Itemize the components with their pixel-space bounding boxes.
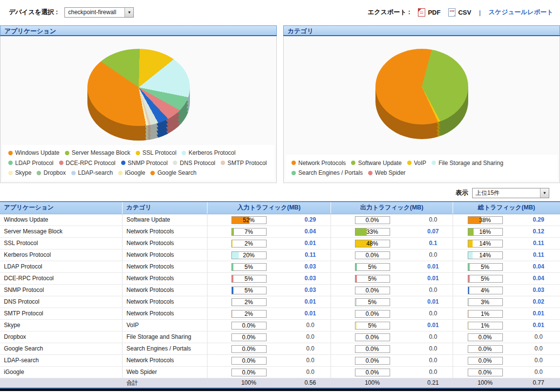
application-name: Kerberos Protocol <box>0 249 122 261</box>
total-traffic-percent-cell: 4% <box>453 285 517 296</box>
legend-label: SMTP Protocol <box>228 158 267 168</box>
percent-bar-label: 5% <box>232 264 266 270</box>
percent-bar-label: 1% <box>468 310 502 317</box>
legend-label: Network Protocols <box>298 158 346 168</box>
total-traffic-percent-cell: 5% <box>453 273 517 284</box>
table-row: iGoogleWeb Spider0.0%0.00.0%0.00.0%0.0 <box>0 367 560 378</box>
table-header-row: アプリケーション カテゴリ 入力トラフィック(MB) 出力トラフィック(MB) … <box>0 202 560 214</box>
legend-color-dot-icon <box>150 171 155 175</box>
legend-label: VoIP <box>414 158 426 168</box>
pdf-label[interactable]: PDF <box>428 9 440 16</box>
application-name: DCE-RPC Protocol <box>0 273 122 284</box>
out-traffic-percent-cell: 0.0% <box>331 214 414 226</box>
percent-bar-label: 52% <box>232 217 266 224</box>
table-row: Windows UpdateSoftware Update52%0.290.0%… <box>0 214 560 226</box>
pie-top-face[interactable] <box>375 49 468 124</box>
csv-icon[interactable]: csv <box>448 8 456 17</box>
table-row: SSL ProtocolNetwork Protocols2%0.0148%0.… <box>0 238 560 249</box>
pdf-icon[interactable] <box>418 8 425 17</box>
legend-color-dot-icon <box>221 161 225 165</box>
legend-color-dot-icon <box>118 171 123 175</box>
percent-bar-label: 20% <box>232 252 266 259</box>
percent-bar-label: 2% <box>232 240 266 247</box>
percent-bar-label: 48% <box>355 240 390 247</box>
percent-bar: 0.0% <box>468 369 503 376</box>
percent-bar-label: 0.0% <box>355 357 390 364</box>
total-traffic-mb: 0.04 <box>517 273 560 284</box>
col-header-out-traffic[interactable]: 出力トラフィック(MB) <box>331 202 453 214</box>
percent-bar-label: 5% <box>355 299 390 306</box>
legend-item: iGoogle <box>118 168 145 178</box>
export-csv-button[interactable]: csv CSV <box>448 8 471 17</box>
category-name: Network Protocols <box>122 308 207 319</box>
percent-bar: 0.0% <box>231 357 267 365</box>
legend-item: Web Spider <box>368 168 405 178</box>
in-traffic-mb: 0.03 <box>290 285 331 296</box>
percent-bar: 48% <box>355 240 390 248</box>
applications-pie-chart[interactable] <box>87 49 190 141</box>
legend-label: LDAP Protocol <box>15 158 54 168</box>
percent-bar: 1% <box>468 310 503 318</box>
percent-bar-label: 5% <box>468 264 502 270</box>
categories-pie-chart[interactable] <box>375 49 468 139</box>
percent-bar-label: 0.0% <box>355 287 390 294</box>
percent-bar-label: 1% <box>468 322 502 329</box>
csv-label[interactable]: CSV <box>458 9 471 16</box>
total-traffic-percent-cell: 3% <box>453 296 517 308</box>
percent-bar-label: 0.0% <box>355 334 390 341</box>
export-pdf-button[interactable]: PDF <box>418 8 440 17</box>
percent-bar-label: 5% <box>468 275 502 282</box>
device-select-value: checkpoint-firewall <box>65 9 124 16</box>
category-name: Web Spider <box>122 367 207 378</box>
application-name: Google Search <box>0 343 122 354</box>
total-traffic-mb: 0.03 <box>517 285 560 296</box>
col-header-in-traffic[interactable]: 入力トラフィック(MB) <box>207 202 331 214</box>
out-traffic-percent-cell: 0.0% <box>331 249 414 261</box>
percent-bar: 0.0% <box>355 333 390 341</box>
out-traffic-percent-cell: 5% <box>331 320 414 331</box>
in-traffic-percent-cell: 0.0% <box>207 367 290 378</box>
legend-color-dot-icon <box>368 171 373 175</box>
legend-label: DNS Protocol <box>180 158 215 168</box>
legend-item: SSL Protocol <box>136 148 177 158</box>
col-header-total-traffic[interactable]: 総トラフィック(MB) <box>453 202 560 214</box>
in-traffic-mb: 0.04 <box>290 226 331 237</box>
footer-in-mb: 0.56 <box>290 378 331 388</box>
percent-bar: 38% <box>468 216 503 224</box>
out-traffic-percent-cell: 33% <box>331 226 414 237</box>
chevron-down-icon[interactable]: ▼ <box>124 8 133 17</box>
pie-top-face[interactable] <box>87 49 190 126</box>
schedule-report-link[interactable]: スケジュールレポート <box>489 8 553 17</box>
total-traffic-mb: 0.01 <box>517 308 560 319</box>
legend-label: Web Spider <box>375 168 405 178</box>
percent-bar: 5% <box>231 287 267 294</box>
legend-label: DCE-RPC Protocol <box>66 158 116 168</box>
application-name: Windows Update <box>0 214 122 226</box>
percent-bar-label: 0.0% <box>468 346 502 352</box>
device-select[interactable]: checkpoint-firewall ▼ <box>64 7 134 18</box>
col-header-application[interactable]: アプリケーション <box>0 202 122 214</box>
chevron-down-icon[interactable]: ▼ <box>540 188 549 198</box>
percent-bar: 4% <box>468 287 503 294</box>
application-name: SNMP Protocol <box>0 285 122 296</box>
footer-out-mb: 0.21 <box>414 378 453 388</box>
application-name: SSL Protocol <box>0 238 122 249</box>
total-traffic-percent-cell: 38% <box>453 214 517 226</box>
total-traffic-mb: 0.04 <box>517 261 560 272</box>
percent-bar: 0.0% <box>231 345 267 353</box>
toolbar: デバイスを選択 : checkpoint-firewall ▼ エクスポート :… <box>0 0 560 22</box>
col-header-category[interactable]: カテゴリ <box>122 202 207 214</box>
total-traffic-mb: 0.11 <box>517 249 560 261</box>
show-count-select[interactable]: 上位15件 ▼ <box>472 188 549 198</box>
in-traffic-mb: 0.0 <box>290 320 331 331</box>
legend-item: Network Protocols <box>291 158 346 168</box>
applications-panel-body: Windows UpdateServer Message BlockSSL Pr… <box>0 36 277 183</box>
out-traffic-mb: 0.0 <box>414 367 453 378</box>
percent-bar: 52% <box>231 216 267 224</box>
legend-label: Windows Update <box>15 148 60 158</box>
category-name: Network Protocols <box>122 355 207 366</box>
in-traffic-mb: 0.01 <box>290 238 331 249</box>
percent-bar: 14% <box>468 251 503 259</box>
out-traffic-percent-cell: 0.0% <box>331 308 414 319</box>
category-name: Network Protocols <box>122 238 207 249</box>
